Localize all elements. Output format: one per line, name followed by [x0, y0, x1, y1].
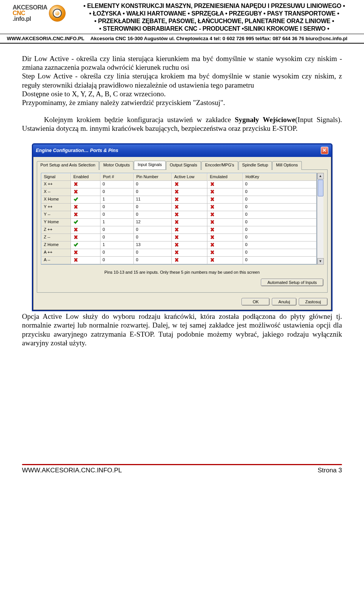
cell-pin-number[interactable]: 0: [134, 234, 172, 241]
apply-button[interactable]: Zastosuj: [299, 298, 328, 306]
cross-icon[interactable]: [207, 188, 243, 196]
cross-icon[interactable]: [71, 181, 100, 188]
cross-icon[interactable]: [172, 211, 207, 219]
check-icon[interactable]: [71, 196, 100, 204]
cell-port[interactable]: 0: [100, 181, 134, 188]
cross-icon[interactable]: [207, 226, 243, 234]
cell-port[interactable]: 0: [100, 249, 134, 257]
col-header-enabled[interactable]: Enabled: [71, 173, 100, 181]
cell-port[interactable]: 0: [100, 257, 134, 264]
cross-icon[interactable]: [207, 196, 243, 204]
cross-icon[interactable]: [172, 234, 207, 241]
cross-icon[interactable]: [172, 219, 207, 226]
table-row: X ++000: [41, 181, 317, 188]
check-icon[interactable]: [71, 219, 100, 226]
col-header-signal[interactable]: Signal: [41, 173, 71, 181]
cross-icon[interactable]: [71, 211, 100, 219]
cell-pin-number[interactable]: 11: [134, 196, 172, 204]
check-icon[interactable]: [71, 241, 100, 249]
cell-hotkey[interactable]: 0: [243, 211, 317, 219]
cell-pin-number[interactable]: 0: [134, 226, 172, 234]
cell-hotkey[interactable]: 0: [243, 181, 317, 188]
cell-hotkey[interactable]: 0: [243, 204, 317, 211]
cross-icon[interactable]: [207, 204, 243, 211]
cross-icon[interactable]: [172, 181, 207, 188]
tab-strip: Port Setup and Axis SelectionMotor Outpu…: [37, 161, 328, 169]
table-row: Z ++000: [41, 226, 317, 234]
cross-icon[interactable]: [207, 249, 243, 257]
cross-icon[interactable]: [207, 234, 243, 241]
cross-icon[interactable]: [207, 241, 243, 249]
cell-hotkey[interactable]: 0: [243, 241, 317, 249]
cross-icon[interactable]: [71, 204, 100, 211]
col-header-hotkey[interactable]: HotKey: [243, 173, 317, 181]
cross-icon[interactable]: [71, 249, 100, 257]
cell-port[interactable]: 0: [100, 188, 134, 196]
cell-port[interactable]: 0: [100, 226, 134, 234]
cell-hotkey[interactable]: 0: [243, 219, 317, 226]
cell-port[interactable]: 0: [100, 234, 134, 241]
ok-button[interactable]: OK: [242, 298, 270, 306]
cell-port[interactable]: 1: [100, 241, 134, 249]
col-header-port[interactable]: Port #: [100, 173, 134, 181]
cell-hotkey[interactable]: 0: [243, 226, 317, 234]
cell-pin-number[interactable]: 12: [134, 219, 172, 226]
cross-icon[interactable]: [172, 257, 207, 264]
cross-icon[interactable]: [71, 257, 100, 264]
cross-icon[interactable]: [207, 211, 243, 219]
cell-pin-number[interactable]: 0: [134, 257, 172, 264]
cell-pin-number[interactable]: 0: [134, 188, 172, 196]
cancel-button[interactable]: Anuluj: [272, 298, 297, 306]
tab-input-signals[interactable]: Input Signals: [134, 161, 166, 169]
cell-signal: A ++: [41, 249, 71, 257]
scroll-thumb[interactable]: [318, 180, 323, 196]
col-header-pin-number[interactable]: Pin Number: [134, 173, 172, 181]
tab-spindle-setup[interactable]: Spindle Setup: [238, 161, 272, 169]
tab-mill-options[interactable]: Mill Options: [272, 161, 301, 169]
cross-icon[interactable]: [172, 196, 207, 204]
cross-icon[interactable]: [172, 241, 207, 249]
scroll-up-icon[interactable]: ▲: [317, 173, 324, 179]
cross-icon[interactable]: [71, 226, 100, 234]
cross-icon[interactable]: [172, 204, 207, 211]
cell-hotkey[interactable]: 0: [243, 249, 317, 257]
cell-port[interactable]: 1: [100, 219, 134, 226]
tab-encoder-mpg-s[interactable]: Encoder/MPG's: [201, 161, 238, 169]
cell-hotkey[interactable]: 0: [243, 188, 317, 196]
cross-icon[interactable]: [207, 257, 243, 264]
cell-port[interactable]: 0: [100, 211, 134, 219]
table-row: A --000: [41, 257, 317, 264]
para5-bold: Sygnały Wejściowe: [235, 116, 295, 124]
cross-icon[interactable]: [71, 188, 100, 196]
col-header-emulated[interactable]: Emulated: [207, 173, 243, 181]
cell-port[interactable]: 0: [100, 204, 134, 211]
cell-pin-number[interactable]: 0: [134, 249, 172, 257]
banner-description: • ELEMENTY KONSTRUKCJI MASZYN, PRZENIESI…: [71, 2, 357, 33]
cell-hotkey[interactable]: 0: [243, 196, 317, 204]
cell-hotkey[interactable]: 0: [243, 234, 317, 241]
tab-motor-outputs[interactable]: Motor Outputs: [99, 161, 133, 169]
cross-icon[interactable]: [172, 188, 207, 196]
automated-setup-button[interactable]: Automated Setup of Inputs: [261, 279, 323, 286]
table-row: X Home1110: [41, 196, 317, 204]
cell-signal: Y --: [41, 211, 71, 219]
tab-port-setup-and-axis-selection[interactable]: Port Setup and Axis Selection: [37, 161, 99, 169]
cross-icon[interactable]: [207, 219, 243, 226]
cell-pin-number[interactable]: 0: [134, 204, 172, 211]
dialog-titlebar: Engine Configuration… Ports & Pins ✕: [33, 144, 331, 157]
cross-icon[interactable]: [71, 234, 100, 241]
cross-icon[interactable]: [172, 226, 207, 234]
cross-icon[interactable]: [207, 181, 243, 188]
cell-hotkey[interactable]: 0: [243, 257, 317, 264]
close-icon[interactable]: ✕: [321, 147, 328, 154]
cell-pin-number[interactable]: 0: [134, 181, 172, 188]
cell-pin-number[interactable]: 0: [134, 211, 172, 219]
cross-icon[interactable]: [172, 249, 207, 257]
tab-output-signals[interactable]: Output Signals: [166, 161, 201, 169]
scroll-down-icon[interactable]: ▼: [317, 258, 324, 265]
col-header-active-low[interactable]: Active Low: [172, 173, 207, 181]
logo-block: AKCESORIA CNC .info.pl: [7, 2, 71, 33]
cell-pin-number[interactable]: 13: [134, 241, 172, 249]
vertical-scrollbar[interactable]: ▲ ▼: [317, 173, 323, 265]
cell-port[interactable]: 1: [100, 196, 134, 204]
